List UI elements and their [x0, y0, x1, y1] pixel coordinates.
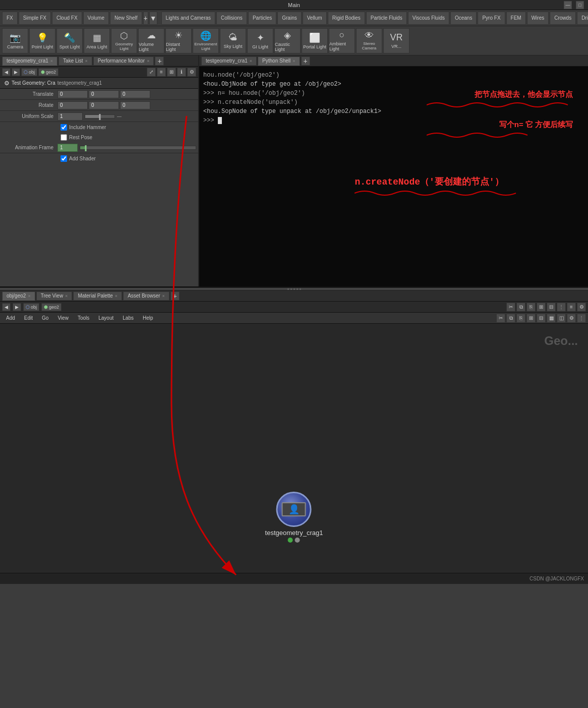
drive-simulation-btn[interactable]: Drive Simulation — [577, 12, 588, 25]
rest-pose-checkbox[interactable] — [61, 134, 67, 141]
tab-material-palette[interactable]: Material Palette × — [73, 291, 122, 301]
tab-close-python-icon[interactable]: × — [292, 58, 295, 64]
sky-light-btn[interactable]: 🌤 Sky Light — [220, 28, 246, 53]
animation-frame-input[interactable] — [57, 144, 78, 152]
tab-close-tree-view[interactable]: × — [65, 293, 68, 299]
rotate-z-input[interactable] — [120, 101, 150, 109]
point-light-btn[interactable]: 💡 Point Light — [29, 28, 55, 53]
tab-tree-view[interactable]: Tree View × — [36, 291, 73, 301]
bottom-copy-icon[interactable]: ⧉ — [516, 303, 525, 312]
tab-close-icon3[interactable]: × — [147, 58, 149, 64]
pyro-fx-btn[interactable]: Pyro FX — [478, 12, 505, 25]
bottom-menu-icon7[interactable]: ◫ — [557, 314, 566, 323]
tab-testgeometry[interactable]: testgeometry_cra1 × — [2, 56, 57, 66]
tab-python-shell[interactable]: Python Shell × — [258, 56, 300, 66]
bottom-forward-btn[interactable]: ▶ — [13, 303, 21, 311]
viscous-fluids-btn[interactable]: Viscous Fluids — [408, 12, 449, 25]
back-nav-btn[interactable]: ◀ — [2, 68, 11, 76]
wires-btn[interactable]: Wires — [527, 12, 549, 25]
oceans-btn[interactable]: Oceans — [450, 12, 477, 25]
bottom-menu-icon4[interactable]: ⊞ — [526, 314, 536, 323]
node-graph-area[interactable]: Geo... 👤 testgeometry_crag1 — [0, 324, 588, 573]
add-right-tab-icon[interactable]: + — [301, 56, 310, 66]
menu-tools[interactable]: Tools — [74, 313, 93, 323]
ambient-light-btn[interactable]: ○ Ambient Light — [329, 28, 355, 53]
fem-btn[interactable]: FEM — [506, 12, 526, 25]
menu-help[interactable]: Help — [139, 313, 157, 323]
minimize-button[interactable]: — — [564, 1, 572, 9]
menu-go[interactable]: Go — [38, 313, 52, 323]
add-shader-checkbox[interactable] — [61, 155, 67, 162]
tab-right-testgeometry[interactable]: testgeometry_cra1 × — [201, 56, 257, 66]
collisions-btn[interactable]: Collisions — [216, 12, 247, 25]
tab-take-list[interactable]: Take List × — [58, 56, 92, 66]
bottom-settings-icon[interactable]: ⚙ — [577, 303, 586, 312]
translate-x-input[interactable] — [57, 90, 88, 98]
bottom-menu-icon2[interactable]: ⧉ — [506, 314, 515, 323]
tab-close-icon2[interactable]: × — [85, 58, 88, 64]
camera-btn[interactable]: 📷 Camera — [2, 28, 28, 53]
python-shell-terminal[interactable]: hou.node('/obj/geo2') <hou.ObjNode of ty… — [199, 67, 588, 286]
settings-btn[interactable]: ⚙ — [187, 68, 196, 77]
caustic-light-btn[interactable]: ◈ Caustic Light — [274, 28, 301, 53]
expand-btn[interactable]: ⤢ — [147, 68, 156, 77]
tab-close-bottom-geo2[interactable]: × — [28, 293, 30, 299]
vellum-btn[interactable]: Vellum — [303, 12, 327, 25]
bottom-grid2-icon[interactable]: ⊟ — [547, 303, 556, 312]
menu-layout[interactable]: Layout — [94, 313, 117, 323]
area-light-btn[interactable]: ▦ Area Light — [84, 28, 110, 53]
simple-fx-btn[interactable]: Simple FX — [19, 12, 51, 25]
bottom-back-btn[interactable]: ◀ — [2, 303, 11, 311]
tab-close-right-icon[interactable]: × — [250, 58, 252, 64]
bottom-layout1-icon[interactable]: ⋮ — [557, 303, 566, 312]
bottom-grid1-icon[interactable]: ⊞ — [537, 303, 546, 312]
particle-fluids-btn[interactable]: Particle Fluids — [366, 12, 407, 25]
tab-asset-browser[interactable]: Asset Browser × — [123, 291, 169, 301]
distant-light-btn[interactable]: ☀ Distant Light — [165, 28, 192, 53]
bottom-menu-icon8[interactable]: ⚙ — [567, 314, 576, 323]
menu-labs[interactable]: Labs — [119, 313, 138, 323]
particles-btn[interactable]: Particles — [248, 12, 276, 25]
menu-view[interactable]: View — [53, 313, 73, 323]
gi-light-btn[interactable]: ✦ GI Light — [247, 28, 273, 53]
geo2-btn[interactable]: ⬢ geo2 — [38, 68, 58, 76]
new-shelf-btn[interactable]: New Shelf — [110, 12, 142, 25]
spot-light-btn[interactable]: 🔦 Spot Light — [56, 28, 83, 53]
include-hammer-checkbox[interactable] — [61, 124, 67, 131]
rotate-y-input[interactable] — [89, 101, 119, 109]
volume-btn[interactable]: Volume — [83, 12, 109, 25]
rigid-bodies-btn[interactable]: Rigid Bodies — [328, 12, 365, 25]
bottom-geo2-btn[interactable]: ⬢ geo2 — [41, 303, 62, 311]
vr-btn[interactable]: VR VR... — [383, 28, 409, 53]
menu-add[interactable]: Add — [2, 313, 19, 323]
shelf-menu-icon[interactable]: ▼ — [149, 12, 157, 25]
volume-light-btn[interactable]: ☁ Volume Light — [138, 28, 164, 53]
cloud-fx-btn[interactable]: Cloud FX — [52, 12, 82, 25]
bottom-cut-icon[interactable]: ✂ — [506, 303, 515, 312]
portal-light-btn[interactable]: ⬜ Portal Light — [302, 28, 328, 53]
tab-close-material-palette[interactable]: × — [115, 293, 117, 299]
bottom-menu-icon1[interactable]: ✂ — [496, 314, 505, 323]
bottom-paste-icon[interactable]: ⎘ — [526, 303, 536, 312]
fx-btn[interactable]: FX — [2, 12, 18, 25]
rotate-x-input[interactable] — [57, 101, 88, 109]
stereo-camera-btn[interactable]: 👁 StereoCamera — [356, 28, 382, 53]
bottom-menu-icon6[interactable]: ▦ — [547, 314, 556, 323]
node-icon[interactable]: 👤 — [276, 492, 312, 527]
obj-btn[interactable]: ⬡ obj — [21, 68, 37, 76]
tab-performance-monitor[interactable]: Performance Monitor × — [93, 56, 154, 66]
layout-btn[interactable]: ⊞ — [167, 68, 176, 77]
translate-z-input[interactable] — [120, 90, 150, 98]
menu-edit[interactable]: Edit — [20, 313, 37, 323]
tab-close-asset-browser[interactable]: × — [162, 293, 165, 299]
lights-cameras-btn[interactable]: Lights and Cameras — [161, 12, 216, 25]
bottom-menu-icon9[interactable]: ⋮ — [577, 314, 586, 323]
translate-y-input[interactable] — [89, 90, 119, 98]
forward-nav-btn[interactable]: ▶ — [12, 68, 20, 76]
view-options-btn[interactable]: ≡ — [157, 68, 166, 77]
add-shelf-icon[interactable]: + — [143, 12, 148, 25]
bottom-menu-icon3[interactable]: ⎘ — [516, 314, 525, 323]
grains-btn[interactable]: Grains — [277, 12, 301, 25]
bottom-obj-btn[interactable]: ⬡ obj — [23, 303, 39, 311]
add-tab-left-icon[interactable]: + — [155, 56, 164, 66]
